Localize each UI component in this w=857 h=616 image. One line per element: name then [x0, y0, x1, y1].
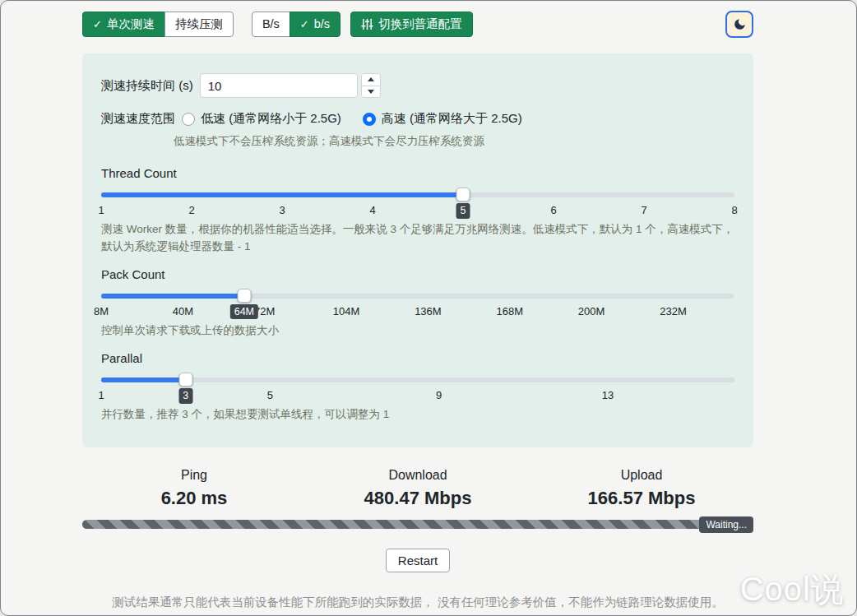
- slider-tick: 8: [731, 204, 737, 216]
- check-icon: ✓: [93, 19, 102, 30]
- slider-track[interactable]: [101, 192, 734, 197]
- slider-tick: 40M: [173, 305, 193, 317]
- slider-fill: [101, 294, 244, 299]
- slider-handle[interactable]: [237, 289, 251, 303]
- parallal-block: Parallal 3 15913 并行数量，推荐 3 个，如果想要测试单线程，可…: [101, 351, 734, 423]
- caret-down-icon: [368, 90, 374, 94]
- slider-value-badge: 64M: [230, 304, 258, 320]
- slider-track[interactable]: [101, 294, 734, 299]
- slider-ticks: 8M40M72M104M136M168M200M232M: [101, 305, 734, 319]
- continuous-test-button[interactable]: 持续压测: [164, 12, 234, 37]
- parallal-hint: 并行数量，推荐 3 个，如果想要测试单线程，可以调整为 1: [101, 406, 734, 423]
- slider-value-badge: 5: [456, 203, 470, 219]
- progress-bar: [82, 520, 753, 529]
- speedtest-page: ✓ 单次测速 持续压测 B/s ✓ b/s: [0, 0, 857, 616]
- check-icon: ✓: [300, 19, 309, 30]
- unit-button-group: B/s ✓ b/s: [252, 12, 340, 37]
- slider-tick: 13: [602, 389, 614, 401]
- moon-icon: [733, 17, 747, 31]
- download-value: 480.47 Mbps: [306, 488, 530, 509]
- radio-low-speed-label: 低速 (通常网络小于 2.5G): [201, 111, 341, 127]
- pack-count-block: Pack Count 64M 8M40M72M104M136M168M200M2…: [101, 267, 734, 339]
- radio-high-speed-label: 高速 (通常网络大于 2.5G): [382, 111, 522, 127]
- slider-ticks: 12345678: [101, 204, 734, 218]
- slider-tick: 104M: [333, 305, 360, 317]
- unit-bps-label: b/s: [314, 18, 330, 30]
- settings-panel: 测速持续时间 (s) 测速速度范围 低速 (通常网络小于 2.5G) 高速 (通…: [82, 53, 753, 447]
- theme-toggle-button[interactable]: [725, 11, 753, 38]
- download-metric: Download 480.47 Mbps: [306, 468, 530, 509]
- slider-tick: 1: [98, 389, 104, 401]
- caret-up-icon: [368, 77, 374, 81]
- radio-low-speed[interactable]: 低速 (通常网络小于 2.5G): [182, 111, 341, 127]
- duration-stepper: [361, 73, 381, 98]
- radio-icon: [182, 113, 195, 126]
- radio-high-speed[interactable]: 高速 (通常网络大于 2.5G): [363, 111, 522, 127]
- slider-ticks: 15913: [101, 389, 734, 403]
- slider-handle[interactable]: [456, 188, 470, 201]
- slider-tick: 5: [267, 389, 273, 401]
- unit-Bps-button[interactable]: B/s: [252, 12, 290, 37]
- speed-range-hint: 低速模式下不会压榨系统资源；高速模式下会尽力压榨系统资源: [174, 133, 734, 150]
- restart-row: Restart: [82, 549, 753, 572]
- continuous-test-label: 持续压测: [175, 18, 223, 30]
- slider-value-badge: 3: [178, 388, 192, 404]
- slider-tick: 7: [641, 204, 646, 216]
- slider-fill: [101, 192, 463, 197]
- unit-bps-button[interactable]: ✓ b/s: [290, 12, 340, 37]
- slider-tick: 6: [550, 204, 556, 216]
- thread-count-hint: 测速 Worker 数量，根据你的机器性能适当选择。一般来说 3 个足够满足万兆…: [101, 221, 734, 255]
- slider-tick: 232M: [660, 305, 687, 317]
- parallal-label: Parallal: [101, 351, 734, 365]
- status-badge: Waiting...: [699, 516, 753, 533]
- single-test-button[interactable]: ✓ 单次测速: [82, 12, 165, 37]
- slider-fill: [101, 377, 186, 382]
- results-section: Ping 6.20 ms Download 480.47 Mbps Upload…: [82, 468, 753, 509]
- duration-label: 测速持续时间 (s): [101, 78, 193, 94]
- slider-tick: 8M: [94, 305, 109, 317]
- pack-count-hint: 控制单次请求下载或上传的数据大小: [101, 322, 734, 339]
- slider-tick: 1: [98, 204, 104, 216]
- watermark: Cool说: [740, 567, 845, 612]
- slider-tick: 9: [436, 389, 442, 401]
- slider-handle[interactable]: [178, 373, 192, 387]
- unit-Bps-label: B/s: [262, 18, 280, 30]
- increment-button[interactable]: [362, 74, 380, 86]
- upload-label: Upload: [530, 468, 753, 483]
- slider-tick: 2: [188, 204, 194, 216]
- disclaimer-text: 测试结果通常只能代表当前设备性能下所能跑到的实际数据， 没有任何理论参考价值，不…: [82, 595, 753, 610]
- slider-track[interactable]: [101, 377, 734, 382]
- slider-tick: 200M: [578, 305, 605, 317]
- speed-range-label: 测速速度范围: [101, 111, 175, 127]
- slider-tick: 3: [279, 204, 285, 216]
- slider-tick: 136M: [415, 305, 442, 317]
- restart-button[interactable]: Restart: [386, 549, 450, 572]
- thread-count-slider[interactable]: 5 12345678: [101, 188, 734, 218]
- duration-row: 测速持续时间 (s): [101, 73, 734, 98]
- single-test-label: 单次测速: [107, 18, 155, 30]
- ping-label: Ping: [82, 468, 306, 483]
- mode-button-group: ✓ 单次测速 持续压测: [82, 12, 234, 37]
- pack-count-slider[interactable]: 64M 8M40M72M104M136M168M200M232M: [101, 289, 734, 319]
- radio-checked-icon: [363, 113, 376, 126]
- slider-tick: 4: [369, 204, 375, 216]
- ping-value: 6.20 ms: [82, 488, 306, 509]
- slider-tick: 168M: [497, 305, 524, 317]
- parallal-slider[interactable]: 3 15913: [101, 373, 734, 403]
- pack-count-label: Pack Count: [101, 267, 734, 281]
- thread-count-label: Thread Count: [101, 166, 734, 180]
- toolbar: ✓ 单次测速 持续压测 B/s ✓ b/s: [82, 1, 753, 38]
- progress-section: Waiting...: [82, 520, 753, 530]
- speed-range-row: 测速速度范围 低速 (通常网络小于 2.5G) 高速 (通常网络大于 2.5G): [101, 111, 734, 127]
- upload-metric: Upload 166.57 Mbps: [530, 468, 753, 509]
- thread-count-block: Thread Count 5 12345678 测速 Worker 数量，根据你…: [101, 166, 734, 255]
- duration-input[interactable]: [200, 73, 358, 98]
- switch-config-button[interactable]: 切换到普通配置: [350, 12, 473, 37]
- sliders-icon: [361, 18, 373, 30]
- switch-config-label: 切换到普通配置: [378, 18, 462, 30]
- upload-value: 166.57 Mbps: [530, 488, 753, 509]
- decrement-button[interactable]: [362, 86, 380, 98]
- download-label: Download: [306, 468, 530, 483]
- ping-metric: Ping 6.20 ms: [82, 468, 306, 509]
